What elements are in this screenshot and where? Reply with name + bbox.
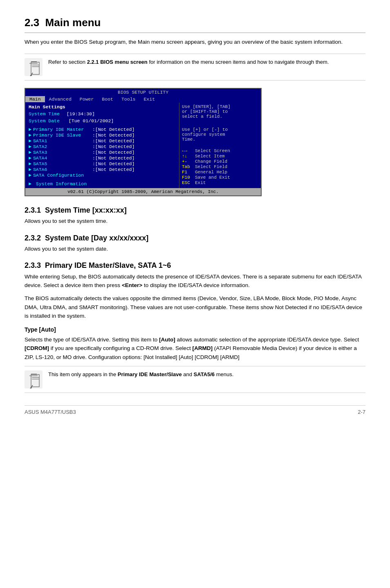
bios-key: ESC — [182, 180, 193, 185]
bios-sidebar-help1: Use [ENTER], [TAB] or [SHIFT-TAB] to sel… — [182, 104, 258, 119]
svg-rect-6 — [32, 66, 39, 67]
bios-help-line — [182, 122, 258, 127]
bios-device-sata6: ► SATA6 :[Not Detected] — [29, 167, 176, 172]
svg-rect-13 — [32, 379, 39, 379]
body-text-233-1: While entering Setup, the BIOS automatic… — [25, 272, 365, 290]
bios-key-row: ESC Exit — [182, 180, 258, 185]
bios-device-ide-slave: ► Primary IDE Slave :[Not Detected] — [29, 132, 176, 138]
arrow-icon: ► — [29, 138, 31, 144]
bios-device-val: :[Not Detected] — [92, 127, 135, 132]
bios-screen: BIOS SETUP UTILITY Main Advanced Power B… — [25, 88, 262, 196]
auto-bold: [Auto] — [159, 337, 175, 343]
bios-date-value: [Tue 01/01/2002] — [69, 118, 114, 123]
bios-key-desc: Change Field — [195, 159, 227, 164]
bios-key: ←→ — [182, 148, 193, 153]
bottom-note-box: This item only appears in the Primary ID… — [25, 366, 365, 393]
bios-device-name: SATA3 — [33, 150, 92, 155]
bios-key-row: Tab Select Field — [182, 164, 258, 169]
bios-help-line: or [SHIFT-TAB] to — [182, 109, 258, 114]
bios-key-desc: Select Screen — [195, 148, 230, 153]
footer-left: ASUS M4A77T/USB3 — [25, 409, 76, 415]
bios-key: +- — [182, 159, 193, 164]
arrow-icon: ► — [29, 155, 31, 161]
bios-key-row: +- Change Field — [182, 159, 258, 164]
arrow-icon: ► — [29, 144, 31, 149]
bios-sysinfo-row: ► System Information — [29, 181, 176, 186]
bios-key-desc: Select Item — [195, 154, 225, 159]
arrow-icon: ► — [29, 161, 31, 166]
bios-device-ide-master: ► Primary IDE Master :[Not Detected] — [29, 127, 176, 132]
bios-device-val: :[Not Detected] — [92, 161, 135, 166]
bios-device-sata2: ► SATA2 :[Not Detected] — [29, 144, 176, 149]
section-title: 2.3 Main menu — [25, 16, 365, 33]
bios-help-line: Use [ENTER], [TAB] — [182, 104, 258, 109]
bios-help-line: configure system — [182, 132, 258, 137]
body-text-233-2: The BIOS automatically detects the value… — [25, 294, 365, 321]
armd-bold: [ARMD] — [192, 345, 213, 351]
svg-rect-9 — [29, 375, 38, 376]
bios-device-sata-config: ► SATA Configuration — [29, 173, 176, 178]
svg-rect-12 — [32, 377, 39, 378]
bios-device-val: :[Not Detected] — [92, 167, 135, 172]
bios-device-name: Primary IDE Master — [33, 127, 92, 132]
arrow-icon: ► — [29, 173, 31, 178]
subsection-title-233: 2.3.3 Primary IDE Master/Slave, SATA 1~6 — [25, 261, 365, 270]
bios-device-name: SATA2 — [33, 144, 92, 149]
arrow-icon: ► — [29, 181, 31, 186]
type-body-text: Selects the type of IDE/SATA drive. Sett… — [25, 335, 365, 362]
bios-device-sata4: ► SATA4 :[Not Detected] — [29, 155, 176, 161]
bios-sysinfo-name: System Information — [36, 181, 87, 186]
bios-body: Main Settings System Time [19:34:30] Sys… — [25, 103, 261, 188]
enter-bold: <Enter> — [122, 282, 142, 288]
subsection-text-231: Allows you to set the system time. — [25, 217, 365, 225]
bios-help-line: select a field. — [182, 114, 258, 119]
bios-key-row: ←→ Select Screen — [182, 148, 258, 153]
bios-key-desc: Exit — [195, 180, 206, 185]
bios-menu-main[interactable]: Main — [25, 96, 45, 102]
bios-time-value: [19:34:30] — [67, 111, 95, 117]
footer-right: 2-7 — [358, 409, 365, 415]
bios-date-label: System Date — [29, 118, 60, 123]
page-footer: ASUS M4A77T/USB3 2-7 — [25, 405, 365, 415]
bios-device-val: :[Not Detected] — [92, 132, 135, 138]
bios-menu-exit[interactable]: Exit — [139, 96, 159, 102]
bios-help-line: Use [+] or [-] to — [182, 127, 258, 132]
subsection-text-232: Allows you to set the system date. — [25, 245, 365, 253]
bios-menu-boot[interactable]: Boot — [98, 96, 117, 102]
bios-device-name: Primary IDE Slave — [33, 132, 92, 138]
bios-menu-power[interactable]: Power — [76, 96, 98, 102]
bottom-note-text: This item only appears in the Primary ID… — [48, 370, 233, 379]
arrow-icon: ► — [29, 167, 31, 172]
bios-time-row: System Time [19:34:30] — [29, 111, 176, 117]
bios-menu-bar: Main Advanced Power Boot Tools Exit — [25, 96, 261, 103]
note-box: Refer to section 2.2.1 BIOS menu screen … — [25, 54, 365, 81]
bios-key-row: F10 Save and Exit — [182, 175, 258, 180]
cdrom-bold: [CDROM] — [25, 345, 49, 351]
bios-device-val: :[Not Detected] — [92, 138, 135, 144]
bios-key: F1 — [182, 170, 193, 175]
section-intro: When you enter the BIOS Setup program, t… — [25, 38, 365, 46]
arrow-icon: ► — [29, 150, 31, 155]
bios-device-name: SATA1 — [33, 138, 92, 144]
bios-key-row: ↑↓ Select Item — [182, 154, 258, 159]
bios-time-label: System Time — [29, 111, 60, 117]
bios-menu-advanced[interactable]: Advanced — [45, 96, 76, 102]
bios-device-val: :[Not Detected] — [92, 144, 135, 149]
bios-device-val: :[Not Detected] — [92, 150, 135, 155]
bios-key-help: ←→ Select Screen ↑↓ Select Item +- Chang… — [182, 148, 258, 185]
bios-device-name: SATA4 — [33, 155, 92, 161]
note-pencil-icon — [25, 58, 43, 76]
bios-device-sata1: ► SATA1 :[Not Detected] — [29, 138, 176, 144]
bios-date-row: System Date [Tue 01/01/2002] — [29, 118, 176, 123]
bios-settings-title: Main Settings — [29, 104, 176, 110]
bios-menu-tools[interactable]: Tools — [117, 96, 140, 102]
subsection-title-231: 2.3.1 System Time [xx:xx:xx] — [25, 206, 365, 215]
note-text: Refer to section 2.2.1 BIOS menu screen … — [48, 58, 329, 66]
arrow-icon: ► — [29, 132, 31, 138]
bios-key-desc: Select Field — [195, 164, 227, 169]
bios-key-desc: Save and Exit — [195, 175, 230, 180]
bios-sidebar: Use [ENTER], [TAB] or [SHIFT-TAB] to sel… — [179, 103, 261, 188]
bios-device-name: SATA Configuration — [33, 173, 92, 178]
bios-device-val: :[Not Detected] — [92, 155, 135, 161]
bios-help-line: Time. — [182, 137, 258, 142]
